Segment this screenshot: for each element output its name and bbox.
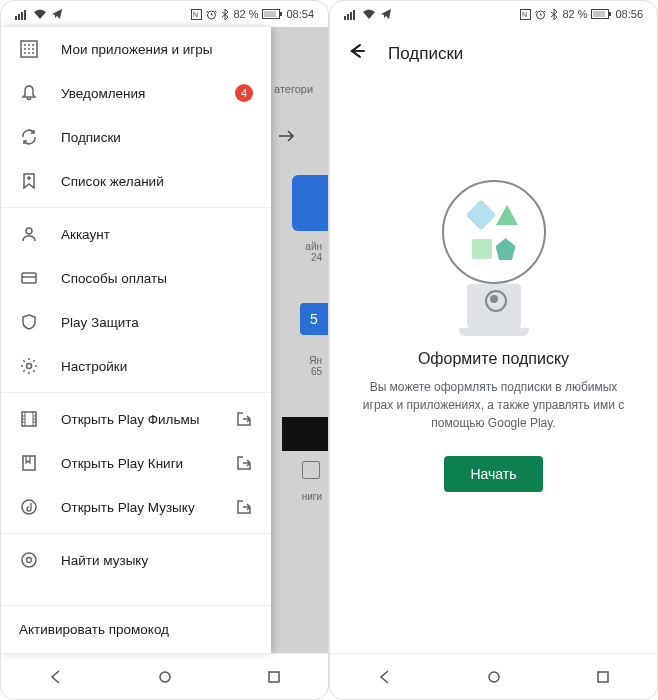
- wifi-icon: [362, 8, 376, 20]
- open-external-icon: [235, 498, 253, 516]
- phone-right: N 82 % 08:56 Подписки Оформите подписку …: [329, 0, 658, 700]
- empty-description: Вы можете оформлять подписки в любимых и…: [360, 378, 627, 432]
- menu-promo[interactable]: Активировать промокод: [1, 605, 271, 653]
- svg-point-19: [32, 52, 34, 54]
- menu-my-apps[interactable]: Мои приложения и игры: [1, 27, 271, 71]
- menu-notifications[interactable]: Уведомления 4: [1, 71, 271, 115]
- svg-rect-8: [280, 12, 282, 16]
- svg-point-14: [24, 48, 26, 50]
- svg-point-22: [27, 364, 32, 369]
- system-navbar: [330, 653, 657, 699]
- menu-label: Список желаний: [61, 174, 253, 189]
- nfc-icon: N: [520, 9, 531, 20]
- phone-left: N 82 % 08:54 атегори айн 24 5 Ян 65 ниги…: [0, 0, 329, 700]
- svg-point-15: [28, 48, 30, 50]
- battery-pct: 82 %: [233, 8, 258, 20]
- svg-text:N: N: [522, 11, 527, 18]
- content-behind-drawer: атегори айн 24 5 Ян 65 ниги: [268, 27, 328, 653]
- open-external-icon: [235, 410, 253, 428]
- app-card-partial: [292, 175, 328, 231]
- menu-open-films[interactable]: Открыть Play Фильмы: [1, 397, 271, 441]
- clock-text: 08:54: [286, 8, 314, 20]
- svg-rect-9: [264, 11, 276, 17]
- menu-subscriptions[interactable]: Подписки: [1, 115, 271, 159]
- nav-home[interactable]: [155, 667, 175, 687]
- music-icon: [19, 497, 39, 517]
- svg-rect-39: [593, 11, 605, 17]
- svg-point-20: [26, 228, 32, 234]
- svg-point-27: [27, 558, 32, 563]
- menu-label: Открыть Play Музыку: [61, 500, 213, 515]
- status-left: [15, 8, 63, 20]
- music-search-icon: [19, 550, 39, 570]
- menu-label: Способы оплаты: [61, 271, 253, 286]
- system-navbar: [1, 653, 328, 699]
- signal-icon: [15, 8, 29, 20]
- svg-rect-30: [344, 16, 346, 20]
- start-button[interactable]: Начать: [444, 456, 542, 492]
- battery-pct: 82 %: [562, 8, 587, 20]
- card-icon: [19, 268, 39, 288]
- nav-back[interactable]: [46, 667, 66, 687]
- menu-open-music[interactable]: Открыть Play Музыку: [1, 485, 271, 529]
- status-bar: N 82 % 08:56: [330, 1, 657, 27]
- nav-drawer: Мои приложения и игры Уведомления 4 Подп…: [1, 27, 271, 653]
- divider: [1, 392, 271, 393]
- svg-text:N: N: [193, 11, 198, 18]
- svg-rect-31: [347, 14, 349, 20]
- menu-label: Подписки: [61, 130, 253, 145]
- divider: [1, 207, 271, 208]
- svg-rect-2: [21, 12, 23, 20]
- clock-text: 08:56: [615, 8, 643, 20]
- svg-rect-32: [350, 12, 352, 20]
- behind-text-2: 24: [311, 252, 328, 263]
- status-left: [344, 8, 392, 20]
- grid-icon: [19, 39, 39, 59]
- menu-wishlist[interactable]: Список желаний: [1, 159, 271, 203]
- blue-card-5: 5: [300, 303, 328, 335]
- nav-back[interactable]: [375, 667, 395, 687]
- menu-settings[interactable]: Настройки: [1, 344, 271, 388]
- menu-label: Аккаунт: [61, 227, 253, 242]
- menu-payment[interactable]: Способы оплаты: [1, 256, 271, 300]
- behind-ya: Ян: [309, 355, 328, 366]
- svg-rect-29: [269, 672, 279, 682]
- battery-icon: [262, 9, 282, 19]
- alarm-icon: [535, 9, 546, 20]
- status-bar: N 82 % 08:54: [1, 1, 328, 27]
- user-icon: [19, 224, 39, 244]
- menu-label: Уведомления: [61, 86, 213, 101]
- behind-65: 65: [311, 366, 328, 377]
- subscriptions-header: Подписки: [330, 27, 657, 80]
- svg-point-28: [160, 672, 170, 682]
- menu-open-books[interactable]: Открыть Play Книги: [1, 441, 271, 485]
- back-button[interactable]: [348, 41, 368, 66]
- gear-icon: [19, 356, 39, 376]
- categories-partial: атегори: [274, 83, 322, 95]
- menu-protect[interactable]: Play Защита: [1, 300, 271, 344]
- svg-rect-24: [23, 456, 35, 470]
- wifi-icon: [33, 8, 47, 20]
- refresh-icon: [19, 127, 39, 147]
- menu-find-music[interactable]: Найти музыку: [1, 538, 271, 582]
- svg-rect-21: [22, 273, 36, 283]
- bluetooth-icon: [221, 9, 229, 20]
- menu-label: Открыть Play Фильмы: [61, 412, 213, 427]
- battery-icon: [591, 9, 611, 19]
- dark-card-partial: [282, 417, 328, 451]
- svg-rect-41: [598, 672, 608, 682]
- svg-rect-3: [24, 10, 26, 20]
- status-right: N 82 % 08:56: [520, 8, 643, 20]
- nfc-icon: N: [191, 9, 202, 20]
- nav-recents[interactable]: [593, 667, 613, 687]
- bell-icon: [19, 83, 39, 103]
- nav-recents[interactable]: [264, 667, 284, 687]
- menu-label: Мои приложения и игры: [61, 42, 253, 57]
- notification-badge: 4: [235, 84, 253, 102]
- svg-point-16: [32, 48, 34, 50]
- menu-label: Найти музыку: [61, 553, 253, 568]
- menu-account[interactable]: Аккаунт: [1, 212, 271, 256]
- svg-point-11: [24, 44, 26, 46]
- nav-home[interactable]: [484, 667, 504, 687]
- svg-point-18: [28, 52, 30, 54]
